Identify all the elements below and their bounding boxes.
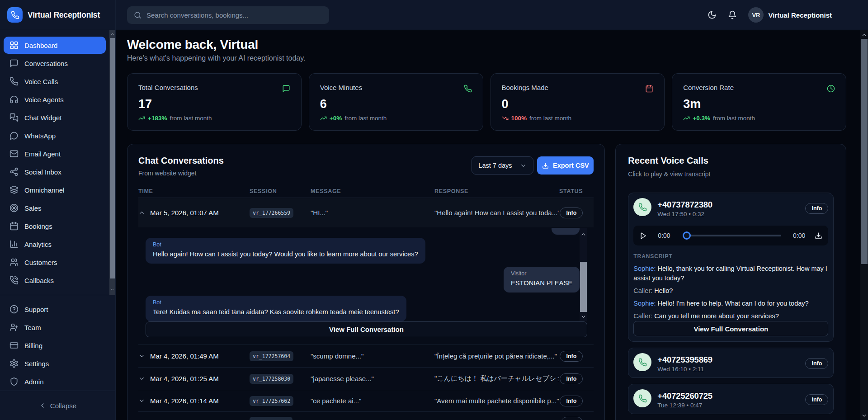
phone-call-icon [9,276,19,285]
export-csv-button[interactable]: Export CSV [537,156,594,175]
column-header-message: MESSAGE [311,188,434,194]
sidebar-item-omnichannel[interactable]: Omnichannel [4,181,106,198]
voice-panel-subtitle: Click to play & view transcript [628,170,834,178]
call-info-badge[interactable]: Info [805,203,828,214]
chat-row-line[interactable]: Mar 4, 2026, 01:25 AM vr_177258030 "japa… [138,368,594,390]
transcript-text: Can you tell me more about your services… [654,312,779,320]
user-plus-icon [9,323,19,332]
chevron-down-icon [520,162,527,169]
conversation-scrollbar[interactable] [580,228,587,321]
trending-up-icon [320,115,327,122]
sidebar-item-label: Voice Calls [24,78,58,85]
player-seek-slider[interactable] [683,231,782,240]
info-badge[interactable]: Info [560,396,583,406]
column-header-response: RESPONSE [434,188,559,194]
recent-voice-calls-panel: Recent Voice Calls Click to play & view … [615,144,846,420]
chevron-up-icon[interactable] [138,209,145,216]
sidebar-item-chat-widget[interactable]: Chat Widget [4,109,106,126]
clock-icon [827,85,835,93]
stat-trend: +0% from last month [320,115,472,122]
sidebar-item-voice-agents[interactable]: Voice Agents [4,91,106,108]
chat-row-line[interactable]: Mar 4, 2026, 01:14 AM vr_177257662 "ce p… [138,390,594,411]
voice-call-card[interactable]: +40725260725 Tue 12:39 • 0:47 Info [628,384,834,414]
sidebar-item-team[interactable]: Team [4,319,112,336]
search-input[interactable] [146,11,322,19]
page-title: Welcome back, Virtual [127,38,860,52]
voice-call-card[interactable]: +40725395869 Wed 16:10 • 2:11 Info [628,348,834,378]
transcript-line: Caller: Can you tell me more about your … [633,311,828,321]
sidebar-item-settings[interactable]: Settings [4,355,112,372]
info-badge[interactable]: Info [560,351,583,362]
conversation-scrollbar-thumb[interactable] [580,262,587,312]
user-avatar[interactable]: VR [748,7,764,23]
content-columns: Chat Conversations From website widget L… [127,144,846,420]
chat-row-session-cell: vr_177266559 [250,208,311,218]
play-button[interactable] [639,232,647,240]
info-badge[interactable] [561,417,583,420]
main-content: Welcome back, Virtual Here's what's happ… [116,30,860,420]
sidebar-item-voice-calls[interactable]: Voice Calls [4,73,106,90]
topbar: VR Virtual Receptionist [116,0,868,30]
sidebar-scrollbar-thumb[interactable] [110,38,115,278]
chat-row-line[interactable]: Mar 5, 2026, 01:07 AM vr_177266559 "HI..… [138,198,594,227]
info-badge[interactable]: Info [560,208,583,218]
message-square-icon [9,59,19,68]
sidebar-item-support[interactable]: Support [4,301,112,318]
sidebar-scroll-up-button[interactable] [109,31,115,37]
chat-row-response: "こんにちは！ 私はバーチャルレセプショ..." [434,374,559,383]
date-range-select[interactable]: Last 7 days [472,156,533,175]
sidebar-item-callbacks[interactable]: Callbacks [4,272,106,289]
chat-row-line[interactable]: Mar 4, 2026, 01:49 AM vr_177257604 "scum… [138,345,594,367]
sidebar-scrollbar[interactable] [109,30,115,295]
sidebar-item-conversations[interactable]: Conversations [4,55,106,72]
chevron-down-icon[interactable] [138,375,145,382]
sidebar-collapse-button[interactable]: Collapse [0,391,115,420]
page-scroll-up-button[interactable] [860,32,868,38]
sidebar-item-social-inbox[interactable]: Social Inbox [4,163,106,180]
session-badge: vr_177258030 [250,374,293,384]
conversation-scroll-down-button[interactable] [580,313,587,320]
trending-down-icon [502,115,509,122]
chevron-down-icon[interactable] [138,397,145,404]
call-info-badge[interactable]: Info [805,358,828,369]
call-info-badge[interactable]: Info [805,394,828,405]
sidebar-item-customers[interactable]: Customers [4,254,106,271]
stat-value: 6 [320,98,472,110]
view-full-conversation-button[interactable]: View Full Conversation [146,321,587,337]
chat-row-message: "japanesse please..." [311,375,434,382]
sidebar-item-label: Settings [24,360,49,368]
sidebar-item-email-agent[interactable]: Email Agent [4,145,106,162]
sidebar-item-sales[interactable]: Sales [4,199,106,217]
sidebar-item-whatsapp[interactable]: WhatsApp [4,127,106,144]
theme-toggle-button[interactable] [703,6,721,24]
voice-call-card[interactable]: +40737872380 Wed 17:50 • 0:32 Info 0:00 … [628,193,834,342]
chevron-down-icon[interactable] [138,353,145,359]
sidebar-item-dashboard[interactable]: Dashboard [4,37,106,54]
info-badge[interactable]: Info [560,373,583,384]
call-info: +40737872380 Wed 17:50 • 0:32 [657,198,799,217]
sidebar-scroll-down-button[interactable] [109,287,115,292]
transcript-text: Hello? [654,287,673,294]
sidebar-item-bookings[interactable]: Bookings [4,217,106,235]
stat-trend: +0.3% from last month [683,115,835,122]
search-box[interactable] [127,6,329,24]
page-scrollbar[interactable] [860,30,868,420]
sidebar-item-analytics[interactable]: Analytics [4,236,106,253]
chat-row-line[interactable] [138,412,594,420]
download-recording-button[interactable] [815,232,822,240]
column-header-time: TIME [138,188,250,194]
view-full-conversation-button[interactable]: View Full Conversation [633,321,828,336]
call-card-header: +40737872380 Wed 17:50 • 0:32 Info [633,198,828,217]
chat-bubble-role: Visitor [511,271,572,277]
sidebar-item-label: Sales [24,204,42,212]
player-seek-knob[interactable] [683,231,691,240]
sidebar-item-billing[interactable]: Billing [4,337,112,354]
sidebar-item-admin[interactable]: Admin [4,373,112,390]
page-scroll-down-button[interactable] [860,412,868,419]
shield-icon [9,377,19,386]
conversation-scroll-up-button[interactable] [580,231,587,237]
notifications-button[interactable] [724,6,741,24]
page-scrollbar-thumb[interactable] [861,39,868,264]
stat-card-conversion-rate: Conversion Rate 3m +0.3% from last month [672,73,846,131]
chat-bubble: Visitor ESTONIAN PLEASE [504,267,580,293]
